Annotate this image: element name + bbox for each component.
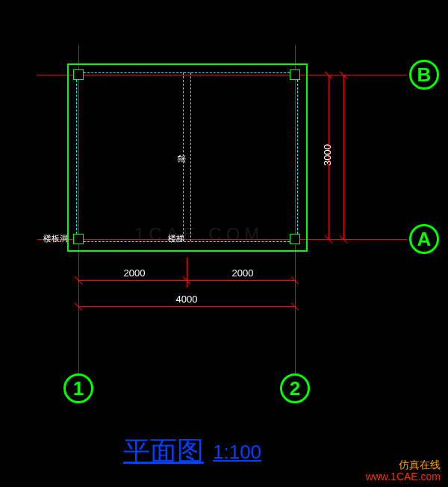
- dim-line-total: [78, 306, 295, 307]
- dim-ext-1a: [78, 258, 79, 288]
- grid-line-2: [295, 45, 296, 373]
- dim-ext-hb2: [332, 239, 351, 240]
- slab-edge-bottom: [76, 241, 297, 242]
- grid-line-B: [37, 75, 407, 75]
- column-bl: [73, 234, 84, 244]
- slab-edge-top: [76, 72, 297, 73]
- axis-B: B: [409, 60, 439, 90]
- brand-cn: 仿真在线: [366, 459, 441, 471]
- brand-url: www.1CAE.com: [366, 471, 441, 483]
- beam-right-edge: [190, 72, 191, 241]
- dim-span-left: 2000: [112, 267, 157, 279]
- dim-ext-ha2: [332, 75, 351, 75]
- label-beam: 梁: [176, 155, 187, 163]
- wall-left: [67, 63, 69, 252]
- dim-ext-2a: [295, 258, 296, 288]
- dim-line-height-outer: [343, 75, 344, 239]
- wall-top: [67, 63, 306, 65]
- axis-2: 2: [280, 373, 310, 403]
- drawing-scale: 1:100: [213, 441, 261, 464]
- column-tl: [73, 69, 84, 80]
- dim-ext-mid: [187, 258, 187, 288]
- drawing-title: 平面图: [123, 433, 204, 470]
- slab-edge-right: [297, 72, 298, 241]
- column-br: [290, 234, 300, 244]
- drawing-canvas: 1CAE.COM 楼板洞 楼梯 梁 2000 2000 4000 3000: [0, 0, 448, 487]
- wall-right: [306, 63, 308, 252]
- slab-edge-left: [76, 72, 77, 241]
- dim-ext-2b: [295, 284, 296, 314]
- grid-line-1: [78, 45, 79, 373]
- brand-block: 仿真在线 www.1CAE.com: [366, 459, 441, 483]
- label-stair: 楼梯: [168, 233, 184, 244]
- dim-height: 3000: [322, 140, 333, 170]
- dim-ext-1b: [78, 284, 79, 314]
- label-slab-opening: 楼板洞: [43, 233, 68, 244]
- axis-1: 1: [63, 373, 93, 403]
- axis-A: A: [409, 224, 439, 254]
- grid-line-A: [37, 239, 407, 240]
- wall-bottom: [67, 250, 306, 252]
- column-tr: [290, 69, 300, 80]
- dim-span-right: 2000: [220, 267, 265, 279]
- dim-total-width: 4000: [164, 294, 209, 305]
